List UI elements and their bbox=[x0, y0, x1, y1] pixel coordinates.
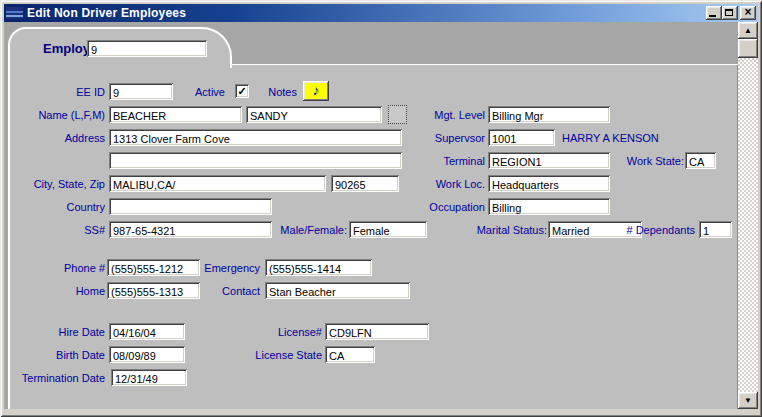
vertical-scrollbar[interactable]: ▲ ▼ bbox=[738, 22, 758, 409]
hire-date-label: Hire Date bbox=[13, 325, 105, 339]
country-label: Country bbox=[13, 200, 105, 214]
close-icon: × bbox=[740, 5, 756, 19]
last-name-input[interactable] bbox=[109, 106, 242, 123]
client-area: Employee EE ID Active ✓ Notes ♪ Name (L,… bbox=[4, 22, 758, 409]
supervisor-name-text: HARRY A KENSON bbox=[562, 132, 659, 144]
window-title: Edit Non Driver Employees bbox=[27, 6, 186, 20]
mgt-level-label: Mgt. Level bbox=[395, 108, 485, 122]
supervisor-input[interactable] bbox=[488, 129, 555, 146]
contact-input[interactable] bbox=[265, 282, 410, 299]
work-state-label: Work State: bbox=[594, 154, 684, 168]
city-state-input[interactable] bbox=[109, 175, 326, 192]
ssn-input[interactable] bbox=[109, 221, 272, 238]
emergency-input[interactable] bbox=[265, 259, 372, 276]
license-number-label: License# bbox=[232, 325, 322, 339]
termination-date-input[interactable] bbox=[111, 369, 187, 386]
arrow-down-icon: ▼ bbox=[744, 396, 752, 405]
home-label: Home bbox=[13, 284, 105, 298]
work-loc-label: Work Loc. bbox=[395, 177, 485, 191]
edit-non-driver-employees-window: Edit Non Driver Employees × Employee EE … bbox=[0, 0, 762, 417]
scroll-up-button[interactable]: ▲ bbox=[738, 22, 758, 39]
license-state-label: License State bbox=[232, 348, 322, 362]
maximize-icon bbox=[725, 9, 733, 16]
male-female-input[interactable] bbox=[349, 221, 427, 238]
mgt-level-input[interactable] bbox=[488, 106, 610, 123]
work-loc-input[interactable] bbox=[488, 175, 610, 192]
music-note-icon: ♪ bbox=[313, 82, 320, 98]
city-state-zip-label: City, State, Zip bbox=[13, 177, 105, 191]
contact-label: Contact bbox=[170, 284, 260, 298]
address-line1-input[interactable] bbox=[109, 129, 402, 146]
form-panel: EE ID Active ✓ Notes ♪ Name (L,F,M) Mgt.… bbox=[8, 64, 738, 409]
app-icon bbox=[6, 7, 23, 19]
zip-input[interactable] bbox=[331, 175, 399, 192]
emergency-label: Emergency bbox=[170, 261, 260, 275]
birth-date-input[interactable] bbox=[109, 346, 185, 363]
work-state-input[interactable] bbox=[685, 152, 716, 169]
marital-status-label: Marital Status: bbox=[457, 223, 547, 237]
occupation-label: Occupation bbox=[395, 200, 485, 214]
country-input[interactable] bbox=[109, 198, 272, 215]
license-number-input[interactable] bbox=[325, 323, 429, 340]
minimize-button[interactable] bbox=[706, 6, 722, 20]
hire-date-input[interactable] bbox=[109, 323, 185, 340]
ssn-label: SS# bbox=[13, 223, 105, 237]
scrollbar-thumb[interactable] bbox=[738, 39, 758, 58]
notes-button[interactable]: ♪ bbox=[303, 81, 329, 101]
birth-date-label: Birth Date bbox=[13, 348, 105, 362]
termination-date-label: Termination Date bbox=[13, 371, 105, 385]
dependants-label: # Dependants bbox=[605, 223, 695, 237]
title-bar: Edit Non Driver Employees × bbox=[4, 4, 758, 22]
minimize-icon bbox=[709, 15, 716, 17]
ee-id-label: EE ID bbox=[13, 85, 105, 99]
name-label: Name (L,F,M) bbox=[13, 108, 105, 122]
first-name-input[interactable] bbox=[246, 106, 382, 123]
notes-label: Notes bbox=[207, 85, 297, 99]
scroll-down-button[interactable]: ▼ bbox=[738, 392, 758, 409]
employee-number-input[interactable] bbox=[87, 40, 207, 57]
occupation-input[interactable] bbox=[488, 198, 610, 215]
supervisor-label: Supervsor bbox=[395, 131, 485, 145]
arrow-up-icon: ▲ bbox=[744, 26, 752, 35]
address-label: Address bbox=[13, 131, 105, 145]
address-line2-input[interactable] bbox=[109, 152, 402, 169]
dependants-input[interactable] bbox=[699, 221, 732, 238]
terminal-input[interactable] bbox=[488, 152, 610, 169]
maximize-button[interactable] bbox=[722, 6, 738, 20]
tab-employee[interactable]: Employee bbox=[8, 27, 232, 68]
terminal-label: Terminal bbox=[395, 154, 485, 168]
male-female-label: Male/Female: bbox=[257, 223, 347, 237]
close-button[interactable]: × bbox=[740, 6, 756, 20]
phone-label: Phone # bbox=[13, 261, 105, 275]
license-state-input[interactable] bbox=[325, 346, 375, 363]
